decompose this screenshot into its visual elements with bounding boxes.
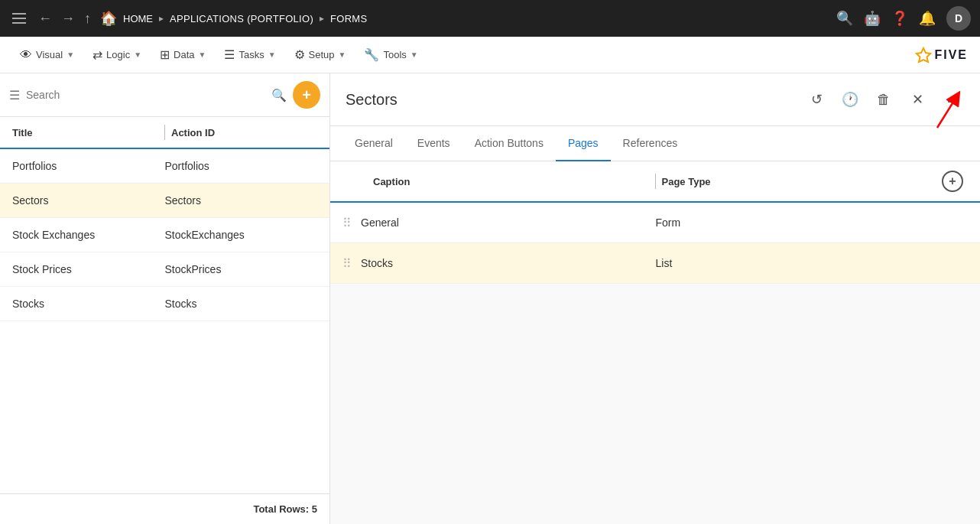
tab-pages[interactable]: Pages xyxy=(556,126,611,161)
right-actions: ↺ 🕐 🗑 ✕ ✓ xyxy=(803,86,965,113)
toolbar-item-setup[interactable]: ⚙ Setup ▼ xyxy=(287,43,354,67)
drag-handle-icon: ⠿ xyxy=(342,216,352,230)
pages-table-header: Caption Page Type + xyxy=(330,161,980,203)
forward-button[interactable]: → xyxy=(61,11,75,27)
table-row[interactable]: Portfolios Portfolios xyxy=(0,149,329,184)
row-action-stocks: Stocks xyxy=(165,298,318,310)
breadcrumb-arrow-1: ▸ xyxy=(159,13,164,24)
tools-caret: ▼ xyxy=(410,50,418,59)
breadcrumb-home[interactable]: HOME xyxy=(123,13,153,24)
breadcrumb: 🏠 HOME ▸ APPLICATIONS (PORTFOLIO) ▸ FORM… xyxy=(100,10,367,27)
help-icon[interactable]: ❓ xyxy=(891,10,908,27)
row-title-sectors: Sectors xyxy=(12,194,165,207)
toolbar-item-tools[interactable]: 🔧 Tools ▼ xyxy=(356,43,425,67)
logic-caret: ▼ xyxy=(134,50,141,59)
tab-general[interactable]: General xyxy=(342,126,405,161)
table-row[interactable]: Stock Exchanges StockExchanges xyxy=(0,218,329,252)
robot-icon[interactable]: 🤖 xyxy=(864,10,881,27)
notification-icon[interactable]: 🔔 xyxy=(919,10,936,27)
col-actionid: Action ID xyxy=(171,127,317,138)
right-panel: Sectors ↺ 🕐 🗑 ✕ ✓ General Events Action … xyxy=(330,73,980,524)
history-button[interactable]: 🕐 xyxy=(836,86,864,113)
toolbar-label-tasks: Tasks xyxy=(239,49,264,60)
row-title-portfolios: Portfolios xyxy=(12,160,165,172)
row-title-stock-prices: Stock Prices xyxy=(12,263,165,275)
toolbar-item-tasks[interactable]: ☰ Tasks ▼ xyxy=(216,43,283,67)
page-caption-general: General xyxy=(361,216,643,229)
save-button[interactable]: ✓ xyxy=(937,86,965,113)
delete-button[interactable]: 🗑 xyxy=(870,86,897,113)
page-type-general: Form xyxy=(656,216,938,229)
table-row[interactable]: Sectors Sectors xyxy=(0,184,329,218)
secondary-toolbar: 👁 Visual ▼ ⇄ Logic ▼ ⊞ Data ▼ ☰ Tasks ▼ … xyxy=(0,37,980,73)
page-title: Sectors xyxy=(346,91,803,109)
add-circle-icon[interactable]: + xyxy=(942,171,963,192)
pages-row[interactable]: ⠿ Stocks List xyxy=(330,243,980,284)
search-input[interactable] xyxy=(26,89,265,101)
breadcrumb-applications[interactable]: APPLICATIONS (PORTFOLIO) xyxy=(170,13,313,24)
right-header: Sectors ↺ 🕐 🗑 ✕ ✓ xyxy=(330,73,980,126)
hamburger-menu[interactable] xyxy=(9,10,29,27)
toolbar-label-tools: Tools xyxy=(383,49,406,60)
total-rows-label: Total Rows: 5 xyxy=(253,503,317,515)
pages-col-sep xyxy=(655,174,656,189)
up-button[interactable]: ↑ xyxy=(84,11,91,27)
five-logo-text: FIVE xyxy=(934,48,968,62)
top-navigation: ← → ↑ 🏠 HOME ▸ APPLICATIONS (PORTFOLIO) … xyxy=(0,0,980,37)
breadcrumb-arrow-2: ▸ xyxy=(320,13,324,24)
pages-row-sep xyxy=(649,215,650,230)
visual-caret: ▼ xyxy=(67,50,74,59)
nav-right-icons: 🔍 🤖 ❓ 🔔 D xyxy=(836,6,971,31)
tabs: General Events Action Buttons Pages Refe… xyxy=(330,126,980,161)
toolbar-label-data: Data xyxy=(174,49,194,60)
close-button[interactable]: ✕ xyxy=(904,86,931,113)
home-icon: 🏠 xyxy=(100,10,117,27)
toolbar-item-visual[interactable]: 👁 Visual ▼ xyxy=(12,44,82,67)
row-action-portfolios: Portfolios xyxy=(165,160,318,172)
col-caption: Caption xyxy=(373,176,649,187)
row-action-stock-prices: StockPrices xyxy=(165,263,318,275)
table-row[interactable]: Stock Prices StockPrices xyxy=(0,252,329,287)
toolbar-label-setup: Setup xyxy=(309,49,335,60)
add-button[interactable]: + xyxy=(293,81,320,109)
table-rows: Portfolios Portfolios Sectors Sectors St… xyxy=(0,149,329,493)
pages-row[interactable]: ⠿ General Form xyxy=(330,203,980,243)
toolbar-item-logic[interactable]: ⇄ Logic ▼ xyxy=(85,43,149,67)
filter-icon[interactable]: ☰ xyxy=(9,88,20,103)
main-content: ☰ 🔍 + Title Action ID Portfolios Portfol… xyxy=(0,73,980,524)
toolbar-label-logic: Logic xyxy=(106,49,130,60)
left-panel: ☰ 🔍 + Title Action ID Portfolios Portfol… xyxy=(0,73,330,524)
undo-button[interactable]: ↺ xyxy=(803,86,830,113)
tab-references[interactable]: References xyxy=(611,126,690,161)
table-header: Title Action ID xyxy=(0,117,329,149)
page-type-stocks: List xyxy=(656,257,938,269)
search-world-icon[interactable]: 🔍 xyxy=(836,10,853,27)
tasks-icon: ☰ xyxy=(224,47,235,62)
tab-events[interactable]: Events xyxy=(405,126,462,161)
row-action-stock-exchanges: StockExchanges xyxy=(165,229,318,241)
table-row[interactable]: Stocks Stocks xyxy=(0,287,329,321)
svg-marker-0 xyxy=(917,48,930,62)
back-button[interactable]: ← xyxy=(38,11,52,27)
row-title-stock-exchanges: Stock Exchanges xyxy=(12,229,165,241)
pages-row-sep xyxy=(649,255,650,271)
setup-icon: ⚙ xyxy=(294,47,305,62)
row-title-stocks: Stocks xyxy=(12,298,165,310)
pages-content: Caption Page Type + ⠿ General Form xyxy=(330,161,980,524)
tab-action-buttons[interactable]: Action Buttons xyxy=(462,126,556,161)
status-bar: Total Rows: 5 xyxy=(0,493,329,524)
toolbar-item-data[interactable]: ⊞ Data ▼ xyxy=(152,43,213,67)
five-logo-icon xyxy=(915,47,932,63)
col-pagetype: Page Type xyxy=(662,176,938,187)
user-avatar[interactable]: D xyxy=(946,6,971,31)
drag-handle-icon: ⠿ xyxy=(342,256,352,271)
setup-caret: ▼ xyxy=(339,50,346,59)
search-icon[interactable]: 🔍 xyxy=(271,88,287,103)
data-icon: ⊞ xyxy=(160,47,170,62)
col-title: Title xyxy=(12,127,158,138)
breadcrumb-forms[interactable]: FORMS xyxy=(330,13,367,24)
row-action-sectors: Sectors xyxy=(165,194,318,207)
tasks-caret: ▼ xyxy=(268,50,276,59)
add-page-button[interactable]: + xyxy=(937,171,968,192)
data-caret: ▼ xyxy=(199,50,206,59)
